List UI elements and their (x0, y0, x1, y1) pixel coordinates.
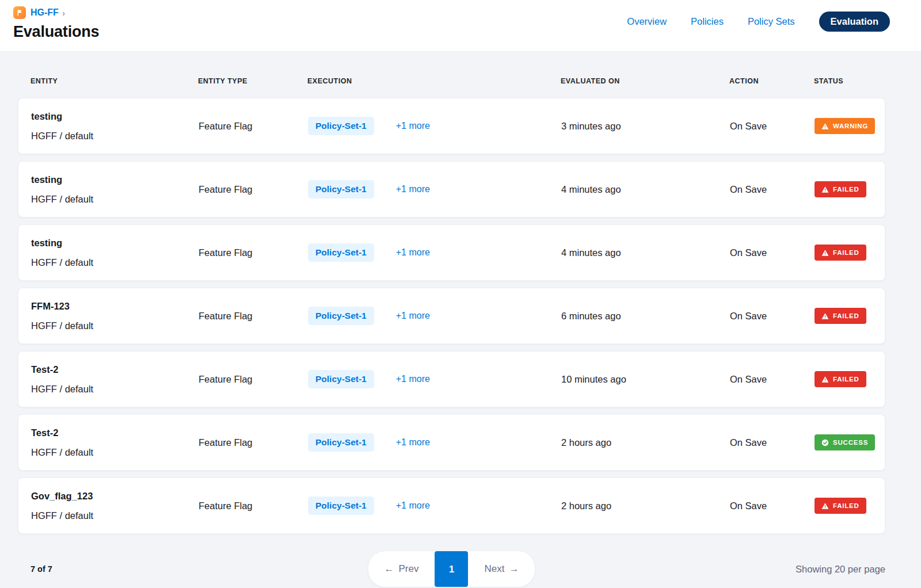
column-header-execution: EXECUTION (307, 77, 561, 85)
status-badge: FAILED (815, 498, 866, 514)
policy-set-chip[interactable]: Policy-Set-1 (308, 243, 374, 262)
evaluated-on-cell: 10 minutes ago (561, 374, 730, 385)
table-row[interactable]: Test-2 HGFF / default Feature Flag Polic… (18, 351, 885, 407)
status-cell: FAILED (815, 245, 885, 261)
policy-set-chip[interactable]: Policy-Set-1 (308, 497, 374, 515)
arrow-left-icon: ← (385, 563, 394, 575)
nav-link-policies[interactable]: Policies (691, 16, 724, 27)
entity-cell: testing HGFF / default (31, 233, 199, 272)
table-row[interactable]: FFM-123 HGFF / default Feature Flag Poli… (18, 288, 885, 344)
column-header-status: STATUS (814, 77, 885, 85)
entity-cell: Gov_flag_123 HGFF / default (31, 486, 199, 525)
page-number-button[interactable]: 1 (435, 551, 469, 587)
column-header-action: ACTION (729, 77, 814, 85)
table-row[interactable]: Test-2 HGFF / default Feature Flag Polic… (18, 414, 885, 471)
policy-set-chip[interactable]: Policy-Set-1 (308, 370, 374, 388)
entity-cell: testing HGFF / default (31, 106, 199, 146)
table-row[interactable]: Gov_flag_123 HGFF / default Feature Flag… (18, 478, 885, 534)
page-size-text: Showing 20 per page (796, 564, 885, 575)
action-cell: On Save (730, 437, 815, 448)
arrow-right-icon: → (509, 563, 519, 575)
pagination: ← Prev 1 Next → (368, 551, 535, 587)
warning-triangle-icon (821, 249, 829, 257)
page-header: HG-FF › Evaluations Overview Policies Po… (0, 0, 921, 52)
entity-type-cell: Feature Flag (199, 374, 308, 385)
entity-name: testing (31, 233, 199, 253)
entity-type-cell: Feature Flag (199, 311, 308, 322)
entity-path: HGFF / default (31, 189, 199, 209)
nav-link-evaluation-active[interactable]: Evaluation (819, 12, 890, 32)
entity-path: HGFF / default (31, 253, 199, 272)
status-label: FAILED (833, 376, 859, 383)
column-header-entity: ENTITY (31, 77, 198, 85)
evaluations-content: ENTITY ENTITY TYPE EXECUTION EVALUATED O… (0, 52, 921, 587)
action-cell: On Save (730, 121, 815, 132)
column-header-entity-type: ENTITY TYPE (198, 77, 307, 85)
execution-cell: Policy-Set-1 +1 more (308, 243, 561, 262)
more-policies-link[interactable]: +1 more (396, 437, 430, 448)
entity-path: HGFF / default (31, 316, 199, 335)
warning-triangle-icon (821, 376, 829, 383)
status-badge: FAILED (815, 245, 866, 261)
more-policies-link[interactable]: +1 more (396, 184, 430, 194)
execution-cell: Policy-Set-1 +1 more (308, 433, 561, 452)
breadcrumb-project-link[interactable]: HG-FF (31, 7, 59, 18)
status-cell: WARNING (815, 118, 885, 134)
policy-set-chip[interactable]: Policy-Set-1 (308, 433, 374, 452)
result-count: 7 of 7 (31, 564, 52, 574)
table-footer: 7 of 7 ← Prev 1 Next → Showing 20 per pa… (18, 551, 885, 587)
entity-cell: Test-2 HGFF / default (31, 360, 199, 399)
feature-flag-icon (13, 6, 26, 19)
evaluated-on-cell: 2 hours ago (561, 501, 730, 511)
status-label: WARNING (833, 123, 868, 129)
evaluated-on-cell: 6 minutes ago (561, 311, 730, 322)
more-policies-link[interactable]: +1 more (396, 374, 430, 384)
entity-type-cell: Feature Flag (199, 121, 308, 132)
prev-page-button[interactable]: ← Prev (368, 551, 435, 587)
policy-set-chip[interactable]: Policy-Set-1 (308, 180, 374, 198)
status-badge: FAILED (815, 371, 866, 387)
table-row[interactable]: testing HGFF / default Feature Flag Poli… (18, 161, 885, 217)
chevron-right-icon: › (62, 8, 65, 18)
policy-set-chip[interactable]: Policy-Set-1 (308, 307, 374, 325)
more-policies-link[interactable]: +1 more (396, 247, 430, 258)
action-cell: On Save (730, 501, 815, 511)
table-body: testing HGFF / default Feature Flag Poli… (18, 98, 885, 534)
module-nav: Overview Policies Policy Sets Evaluation (627, 12, 890, 32)
entity-type-cell: Feature Flag (199, 501, 308, 511)
more-policies-link[interactable]: +1 more (396, 501, 430, 511)
execution-cell: Policy-Set-1 +1 more (308, 370, 561, 388)
entity-type-cell: Feature Flag (199, 247, 308, 258)
nav-link-policy-sets[interactable]: Policy Sets (748, 16, 795, 27)
entity-path: HGFF / default (31, 379, 199, 399)
table-column-headers: ENTITY ENTITY TYPE EXECUTION EVALUATED O… (18, 52, 885, 98)
action-cell: On Save (730, 311, 815, 322)
status-badge: FAILED (815, 308, 866, 324)
warning-triangle-icon (821, 312, 829, 320)
more-policies-link[interactable]: +1 more (396, 311, 430, 321)
status-label: FAILED (833, 186, 859, 193)
execution-cell: Policy-Set-1 +1 more (308, 497, 561, 515)
entity-cell: Test-2 HGFF / default (31, 423, 199, 462)
entity-path: HGFF / default (31, 506, 199, 525)
entity-name: testing (31, 106, 199, 126)
nav-link-overview[interactable]: Overview (627, 16, 667, 27)
entity-name: Test-2 (31, 423, 199, 442)
entity-cell: testing HGFF / default (31, 170, 199, 209)
status-cell: SUCCESS (815, 434, 885, 450)
table-row[interactable]: testing HGFF / default Feature Flag Poli… (18, 98, 885, 154)
next-label: Next (485, 563, 505, 575)
action-cell: On Save (730, 247, 815, 258)
policy-set-chip[interactable]: Policy-Set-1 (308, 117, 374, 135)
next-page-button[interactable]: Next → (469, 551, 535, 587)
entity-type-cell: Feature Flag (199, 437, 308, 448)
entity-path: HGFF / default (31, 442, 199, 462)
success-check-icon (821, 439, 829, 446)
more-policies-link[interactable]: +1 more (396, 121, 430, 131)
entity-name: Gov_flag_123 (31, 486, 199, 506)
status-cell: FAILED (815, 371, 885, 387)
evaluated-on-cell: 4 minutes ago (561, 247, 730, 258)
table-row[interactable]: testing HGFF / default Feature Flag Poli… (18, 224, 885, 281)
entity-path: HGFF / default (31, 126, 199, 146)
warning-triangle-icon (821, 186, 829, 193)
